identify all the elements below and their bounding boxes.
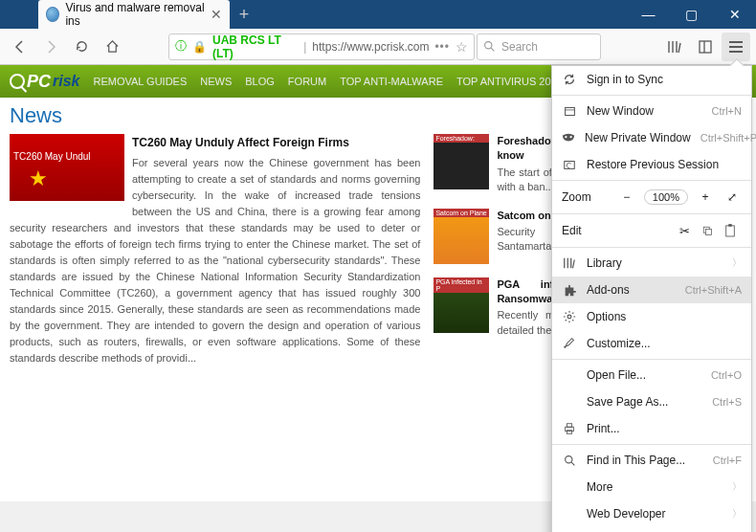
sync-icon bbox=[562, 72, 577, 87]
tab-title: Virus and malware removal ins bbox=[65, 1, 205, 28]
tab-close-button[interactable]: ✕ bbox=[211, 7, 222, 22]
address-bar[interactable]: ⓘ 🔒 UAB RCS LT (LT) | https://www.pcrisk… bbox=[168, 33, 475, 60]
article-thumb[interactable]: Foreshadow: bbox=[434, 134, 489, 189]
svg-point-13 bbox=[567, 315, 571, 319]
lock-icon: 🔒 bbox=[192, 40, 207, 54]
svg-rect-2 bbox=[700, 41, 711, 53]
copy-button[interactable] bbox=[696, 220, 719, 241]
menu-edit: Edit ✂ bbox=[552, 216, 751, 245]
back-button[interactable] bbox=[6, 33, 34, 61]
menu-save-as[interactable]: Save Page As... Ctrl+S bbox=[552, 388, 751, 415]
search-icon bbox=[483, 40, 496, 53]
forward-button[interactable] bbox=[36, 33, 65, 61]
thumb-overlay-text: TC260 May Undul bbox=[13, 149, 91, 165]
nav-news[interactable]: NEWS bbox=[200, 76, 232, 87]
svg-point-7 bbox=[569, 136, 571, 138]
chevron-right-icon: 〉 bbox=[732, 256, 742, 270]
menu-more[interactable]: More 〉 bbox=[552, 474, 751, 500]
menu-print[interactable]: Print... bbox=[552, 415, 751, 442]
zoom-out-button[interactable]: − bbox=[617, 188, 636, 207]
site-nav: REMOVAL GUIDES NEWS BLOG FORUM TOP ANTI-… bbox=[93, 76, 599, 87]
app-menu-button[interactable] bbox=[722, 33, 750, 61]
page-actions-button[interactable]: ••• bbox=[434, 40, 450, 54]
lead-article-thumb[interactable]: TC260 May Undul ★ bbox=[10, 134, 124, 201]
svg-rect-15 bbox=[567, 424, 571, 428]
print-icon bbox=[562, 421, 577, 436]
menu-options[interactable]: Options bbox=[552, 303, 751, 330]
nav-removal-guides[interactable]: REMOVAL GUIDES bbox=[93, 76, 187, 87]
svg-rect-12 bbox=[728, 224, 731, 227]
home-button[interactable] bbox=[98, 33, 126, 61]
maximize-button[interactable]: ▢ bbox=[670, 0, 713, 29]
minimize-button[interactable]: — bbox=[627, 0, 670, 29]
svg-point-6 bbox=[565, 136, 567, 138]
menu-new-private-window[interactable]: New Private Window Ctrl+Shift+P bbox=[552, 124, 751, 151]
menu-sign-in[interactable]: Sign in to Sync bbox=[552, 66, 751, 93]
svg-point-17 bbox=[565, 455, 571, 462]
svg-line-1 bbox=[491, 48, 494, 51]
search-placeholder: Search bbox=[501, 40, 538, 54]
window-icon bbox=[562, 103, 577, 119]
zoom-value[interactable]: 100% bbox=[644, 189, 688, 205]
svg-point-0 bbox=[485, 42, 492, 49]
chevron-right-icon: 〉 bbox=[732, 480, 742, 494]
mask-icon bbox=[562, 130, 575, 145]
sidebar-button[interactable] bbox=[691, 33, 720, 61]
menu-open-file[interactable]: Open File... Ctrl+O bbox=[552, 362, 751, 388]
svg-rect-10 bbox=[706, 230, 712, 235]
svg-rect-11 bbox=[726, 226, 735, 236]
favicon-globe-icon bbox=[46, 7, 59, 22]
nav-forum[interactable]: FORUM bbox=[288, 76, 326, 87]
menu-restore-session[interactable]: Restore Previous Session bbox=[552, 151, 751, 178]
zoom-in-button[interactable]: + bbox=[696, 188, 715, 207]
menu-zoom: Zoom − 100% + ⤢ bbox=[552, 183, 751, 211]
navigation-toolbar: ⓘ 🔒 UAB RCS LT (LT) | https://www.pcrisk… bbox=[0, 29, 756, 65]
paste-button[interactable] bbox=[719, 220, 742, 241]
svg-rect-8 bbox=[565, 162, 575, 169]
menu-addons[interactable]: Add-ons Ctrl+Shift+A bbox=[552, 277, 751, 303]
library-button[interactable] bbox=[660, 33, 689, 61]
search-bar[interactable]: Search bbox=[477, 33, 601, 60]
svg-line-18 bbox=[571, 462, 574, 465]
browser-tab[interactable]: Virus and malware removal ins ✕ bbox=[38, 0, 230, 29]
close-window-button[interactable]: ✕ bbox=[713, 0, 756, 29]
menu-web-developer[interactable]: Web Developer 〉 bbox=[552, 500, 751, 527]
article-thumb[interactable]: Satcom on Plane bbox=[434, 209, 489, 264]
menu-customize[interactable]: Customize... bbox=[552, 330, 751, 357]
search-icon bbox=[562, 453, 577, 468]
bookmark-star-icon[interactable]: ☆ bbox=[456, 39, 468, 55]
cut-button[interactable]: ✂ bbox=[673, 220, 696, 241]
lead-article: TC260 May Undul ★ TC260 May Unduly Affec… bbox=[10, 134, 420, 366]
chevron-right-icon: 〉 bbox=[732, 507, 742, 521]
gear-icon bbox=[562, 309, 577, 324]
fullscreen-button[interactable]: ⤢ bbox=[723, 188, 742, 207]
logo-text-b: risk bbox=[53, 73, 79, 90]
magnifier-icon bbox=[10, 74, 25, 89]
reload-button[interactable] bbox=[67, 33, 96, 61]
logo-text-a: PC bbox=[27, 72, 51, 92]
nav-top-antimalware[interactable]: TOP ANTI-MALWARE bbox=[340, 76, 443, 87]
site-info-icon[interactable]: ⓘ bbox=[175, 38, 187, 55]
article-thumb[interactable]: PGA infected in P bbox=[434, 277, 489, 333]
menu-help[interactable]: ? Help 〉 bbox=[552, 527, 751, 532]
nav-top-antivirus[interactable]: TOP ANTIVIRUS 2018 bbox=[456, 76, 563, 87]
app-menu: Sign in to Sync New Window Ctrl+N New Pr… bbox=[551, 65, 752, 532]
library-icon bbox=[562, 255, 577, 271]
new-tab-button[interactable]: + bbox=[230, 0, 258, 29]
restore-icon bbox=[562, 157, 577, 172]
star-icon: ★ bbox=[29, 163, 48, 195]
nav-blog[interactable]: BLOG bbox=[245, 76, 275, 87]
paintbrush-icon bbox=[562, 336, 577, 351]
ssl-org-label: UAB RCS LT (LT) bbox=[212, 33, 298, 60]
menu-library[interactable]: Library 〉 bbox=[552, 250, 751, 277]
menu-find[interactable]: Find in This Page... Ctrl+F bbox=[552, 447, 751, 474]
site-logo[interactable]: PCrisk bbox=[10, 72, 79, 92]
menu-new-window[interactable]: New Window Ctrl+N bbox=[552, 98, 751, 124]
puzzle-icon bbox=[562, 282, 577, 298]
url-text: https://www.pcrisk.com bbox=[312, 40, 429, 54]
svg-rect-4 bbox=[565, 107, 574, 115]
webpage-content: PCrisk REMOVAL GUIDES NEWS BLOG FORUM TO… bbox=[0, 65, 756, 501]
